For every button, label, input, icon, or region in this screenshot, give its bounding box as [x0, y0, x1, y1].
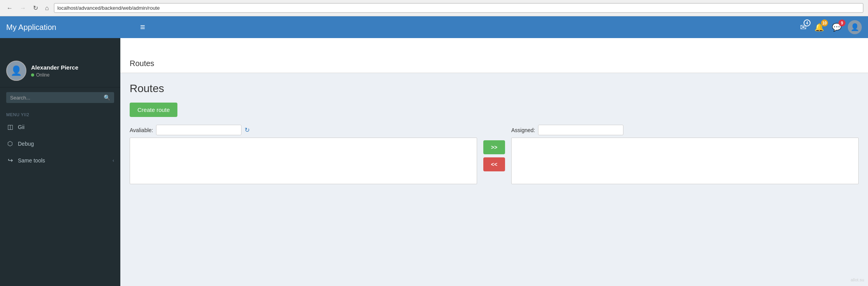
sidebar-item-debug-label: Debug — [18, 141, 34, 147]
app-container: 👤 Alexander Pierce Online 🔍 Menu Yii2 ◫ … — [0, 16, 868, 286]
bell-badge: 10 — [821, 19, 828, 26]
unassign-button[interactable]: << — [483, 157, 505, 171]
navbar-right: ✉ 4 🔔 10 💬 9 👤 — [799, 20, 862, 34]
back-button[interactable]: ← — [5, 4, 15, 12]
reload-button[interactable]: ↻ — [31, 3, 40, 12]
assigned-list[interactable] — [511, 138, 859, 184]
sidebar-avatar: 👤 — [6, 61, 26, 81]
user-info: Alexander Pierce Online — [31, 64, 78, 78]
mail-badge: 4 — [804, 19, 811, 26]
search-icon: 🔍 — [104, 94, 110, 101]
search-input[interactable] — [10, 95, 101, 101]
chevron-left-icon: ‹ — [113, 158, 114, 163]
assigned-box: Assigned: — [511, 125, 859, 184]
user-name: Alexander Pierce — [31, 64, 78, 71]
assigned-label-area: Assigned: — [511, 125, 859, 135]
forward-button[interactable]: → — [18, 4, 28, 12]
chat-button[interactable]: 💬 9 — [830, 21, 843, 33]
avatar-icon: 👤 — [851, 23, 859, 31]
breadcrumb-title: Routes — [130, 59, 154, 68]
transfer-section: Avaliable: ↻ >> << Assigned: — [130, 125, 859, 184]
available-list[interactable] — [130, 138, 477, 184]
hamburger-button[interactable]: ≡ — [140, 22, 145, 32]
debug-icon: ⬡ — [6, 140, 14, 147]
top-navbar: My Application ≡ ✉ 4 🔔 10 💬 9 👤 — [0, 16, 868, 38]
watermark: allot.su — [851, 277, 864, 282]
chat-badge: 9 — [838, 19, 845, 26]
sidebar-item-gii[interactable]: ◫ Gii — [0, 119, 120, 135]
menu-label: Menu Yii2 — [0, 108, 120, 119]
app-title: My Application — [6, 23, 56, 32]
same-tools-icon: ↪ — [6, 157, 14, 164]
mail-button[interactable]: ✉ 4 — [799, 21, 808, 33]
refresh-icon[interactable]: ↻ — [245, 126, 250, 134]
sidebar: 👤 Alexander Pierce Online 🔍 Menu Yii2 ◫ … — [0, 16, 120, 286]
sidebar-item-tools-left: ↪ Same tools — [6, 157, 45, 164]
sidebar-item-tools-label: Same tools — [18, 157, 45, 164]
avatar-image-placeholder: 👤 — [10, 65, 22, 76]
available-label-area: Avaliable: ↻ — [130, 125, 477, 135]
main-content: Routes Routes Create route Avaliable: ↻ … — [120, 54, 868, 286]
sidebar-item-same-tools[interactable]: ↪ Same tools ‹ — [0, 152, 120, 169]
status-label: Online — [36, 72, 50, 78]
sidebar-search-area[interactable]: 🔍 — [6, 92, 114, 103]
sidebar-item-gii-left: ◫ Gii — [6, 123, 24, 131]
assigned-label: Assigned: — [511, 127, 535, 133]
available-input[interactable] — [156, 125, 241, 135]
available-label: Avaliable: — [130, 127, 153, 133]
transfer-controls: >> << — [477, 125, 511, 171]
user-status-area: Online — [31, 72, 78, 78]
gii-icon: ◫ — [6, 123, 14, 131]
status-dot — [31, 73, 34, 77]
browser-bar: ← → ↻ ⌂ — [0, 0, 868, 16]
create-route-button[interactable]: Create route — [130, 103, 177, 117]
available-box: Avaliable: ↻ — [130, 125, 477, 184]
sidebar-item-debug-left: ⬡ Debug — [6, 140, 34, 147]
assign-button[interactable]: >> — [483, 140, 505, 154]
sidebar-user: 👤 Alexander Pierce Online — [0, 54, 120, 87]
home-button[interactable]: ⌂ — [43, 4, 51, 12]
navbar-left: My Application ≡ — [6, 22, 145, 32]
bell-button[interactable]: 🔔 10 — [813, 21, 826, 33]
address-bar[interactable] — [54, 3, 863, 13]
user-avatar-button[interactable]: 👤 — [848, 20, 862, 34]
assigned-input[interactable] — [538, 125, 623, 135]
sidebar-item-debug[interactable]: ⬡ Debug — [0, 135, 120, 152]
page-title: Routes — [130, 82, 859, 95]
sidebar-item-gii-label: Gii — [18, 124, 24, 130]
page-header: Routes — [120, 54, 868, 73]
